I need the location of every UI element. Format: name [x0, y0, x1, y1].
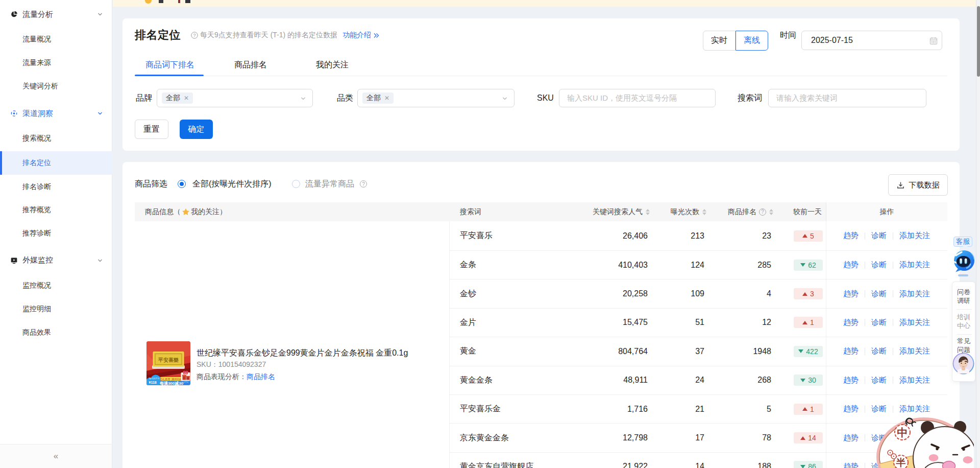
svg-text:半: 半 [896, 457, 906, 468]
svg-text:¥118: ¥118 [149, 381, 157, 384]
svg-text:?: ? [193, 33, 195, 38]
svg-text:平安喜樂: 平安喜樂 [158, 357, 179, 363]
svg-text:中: 中 [897, 427, 908, 439]
svg-text:每满300减30: 每满300减30 [159, 381, 184, 385]
